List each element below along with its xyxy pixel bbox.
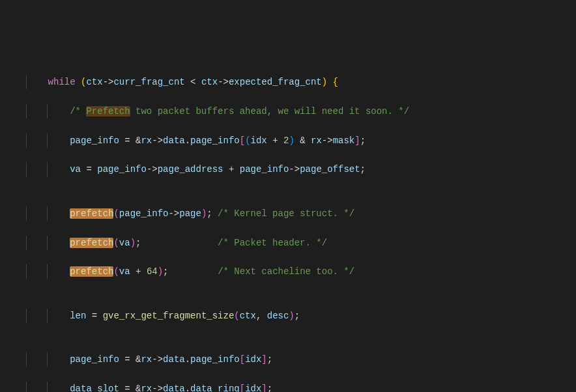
code-line: prefetch(page_info->page); /* Kernel pag… <box>0 206 576 221</box>
code-editor[interactable]: while (ctx->curr_frag_cnt < ctx->expecte… <box>0 61 576 392</box>
highlighted-word: prefetch <box>70 208 113 219</box>
code-line: data_slot = &rx->data.data_ring[idx]; <box>0 382 576 392</box>
highlighted-word: prefetch <box>70 238 113 248</box>
highlighted-word: prefetch <box>70 266 113 277</box>
code-line: page_info = &rx->data.page_info[idx]; <box>0 352 576 367</box>
keyword-while: while <box>48 77 76 87</box>
code-line: prefetch(va); /* Packet header. */ <box>0 236 576 250</box>
code-line: /* Prefetch two packet buffers ahead, we… <box>0 104 576 119</box>
code-line: prefetch(va + 64); /* Next cacheline too… <box>0 264 576 279</box>
code-line: while (ctx->curr_frag_cnt < ctx->expecte… <box>0 75 576 89</box>
highlighted-word: Prefetch <box>86 106 130 117</box>
code-line: page_info = &rx->data.page_info[(idx + 2… <box>0 133 576 148</box>
code-line: len = gve_rx_get_fragment_size(ctx, desc… <box>0 309 576 323</box>
code-line: va = page_info->page_address + page_info… <box>0 162 576 176</box>
